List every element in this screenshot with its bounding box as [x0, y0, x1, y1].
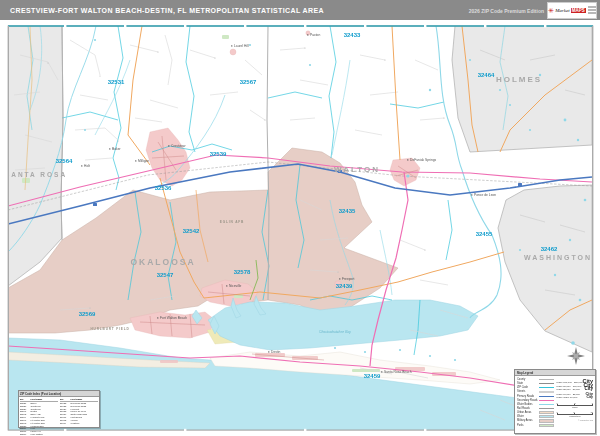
place-label: DeFuniak Springs [410, 158, 437, 162]
zip-code-label: 32542 [183, 228, 200, 234]
county-label: WASHINGTON [524, 254, 592, 261]
place-dot [226, 285, 227, 286]
place-dot [381, 371, 382, 372]
zip-index-header-name: Post Name [71, 398, 83, 401]
legend-place-label: Place 25,000 - 50,000 [557, 388, 580, 391]
place-label: Crestview [171, 144, 186, 148]
place-dot [157, 317, 158, 318]
county-label: HOLMES [496, 75, 542, 84]
zip-code-label: 32433 [344, 32, 361, 38]
water-labels: Choctawhatchee Bay [319, 330, 351, 334]
zip-code-label: 32455 [476, 231, 493, 237]
place-label: Ponce de Leon [474, 193, 496, 197]
legend-place-row: Place under 10,000City [557, 395, 593, 399]
zip-index-zip: 32464 [60, 422, 69, 425]
zip-code-label: 32569 [79, 311, 96, 317]
place-dot [471, 194, 472, 195]
legend-item-label: ZIP Code [517, 386, 528, 389]
zip-code-index-panel: ZIP Code Index (Post Location) ZIPPost N… [18, 390, 100, 428]
legend-item-label: Urban Areas [517, 411, 531, 414]
legend-item-sample [539, 391, 554, 392]
place-label: Freeport [342, 277, 355, 281]
zip-code-label: 32462 [541, 246, 558, 252]
county-label: OKALOOSA [130, 257, 195, 267]
legend-place-label: Place under 10,000 [557, 396, 578, 399]
publisher-logo: ✳ Market MAPS [547, 2, 597, 19]
title-bar: CRESTVIEW-FORT WALTON BEACH-DESTIN, FL M… [0, 0, 600, 20]
place-dot [307, 34, 308, 35]
place-label: Destin [271, 350, 281, 354]
legend-item-sample [539, 400, 554, 401]
legend-place-label: Place 100,000 - 250,000 [557, 381, 583, 384]
place-label: Paxton [310, 33, 320, 37]
legend-scale-bars: 036Miles0510Kilometers [557, 402, 593, 418]
legend-item-label: County [517, 378, 525, 381]
zip-index-row: 32464Westville [60, 422, 98, 425]
logo-side-bars [588, 6, 596, 14]
legend-item-label: Rail Roads [517, 407, 530, 410]
scale-bar-unit: Miles [557, 406, 593, 409]
county-label: WALTON [334, 165, 380, 174]
legend-item-label: State [517, 382, 523, 385]
zip-index-right-column: ZIPPost Name32433DeFuniak Spgs32435DeFun… [60, 398, 98, 436]
legend-item-label: Streets [517, 390, 525, 393]
zip-index-header-name: Post Name [31, 398, 43, 401]
place-dot [339, 278, 340, 279]
legend-item-sample [539, 383, 554, 384]
legend-item-label: Water [517, 415, 524, 418]
zip-code-label: 32578 [234, 269, 251, 275]
zip-code-label: 32531 [108, 79, 125, 85]
map-canvas: Choctawhatchee Bay EGLIN AFBHURLBURT FIE… [0, 0, 600, 436]
map-area: Choctawhatchee Bay EGLIN AFBHURLBURT FIE… [0, 0, 600, 436]
legend-row: Parks [517, 423, 554, 427]
county-label: SANTA ROSA [5, 171, 67, 178]
logo-market-text: Market [555, 8, 569, 13]
zip-index-header-zip: ZIP [20, 398, 29, 401]
place-dot [81, 165, 82, 166]
edition-label: 2026 ZIP Code Premium Edition [469, 8, 544, 14]
scale-bar-unit: Kilometers [557, 415, 593, 418]
area-label: HURLBURT FIELD [91, 327, 130, 331]
place-dot [109, 148, 110, 149]
place-label: Laurel Hill [234, 44, 249, 48]
zip-code-label: 32435 [339, 208, 356, 214]
legend-place-sizes: Place 100,000 - 250,000CityPlace 50,000 … [557, 378, 593, 400]
legend-item-label: Parks [517, 424, 524, 427]
legend-symbol-list: CountyStateZIP CodeStreetsPrimary RoadsS… [517, 378, 554, 428]
legend-item-sample [539, 379, 554, 380]
legend-item-label: Secondary Roads [517, 399, 538, 402]
zip-code-label: 32547 [157, 272, 174, 278]
place-dot [168, 145, 169, 146]
zip-code-label: 32459 [364, 373, 381, 379]
legend-item-sample [539, 411, 554, 414]
zip-code-label: 32439 [336, 283, 353, 289]
place-label: Santa Rosa Beach [384, 370, 412, 374]
legend-item-sample [539, 404, 554, 405]
zip-code-label: 32539 [210, 151, 227, 157]
place-dot [231, 45, 232, 46]
place-dot [135, 160, 136, 161]
place-label: Baker [112, 147, 122, 151]
legend-item-sample [539, 408, 554, 409]
place-label: Niceville [229, 284, 241, 288]
scale-bar: 0510Kilometers [557, 411, 593, 418]
legend-item-sample [539, 396, 554, 397]
legend-item-sample [539, 415, 554, 418]
map-page: Choctawhatchee Bay EGLIN AFBHURLBURT FIE… [0, 0, 600, 436]
map-title: CRESTVIEW-FORT WALTON BEACH-DESTIN, FL M… [0, 7, 324, 14]
logo-maps-text: MAPS [571, 8, 586, 13]
area-label: EGLIN AFB [220, 220, 244, 224]
logo-mark-icon: ✳ [548, 7, 554, 14]
place-label: Fort Walton Beach [160, 316, 187, 320]
legend-item-sample [539, 387, 554, 388]
water-label: Choctawhatchee Bay [319, 330, 351, 334]
zip-code-label: 32464 [478, 72, 495, 78]
place-dot [268, 351, 269, 352]
zip-index-header-zip: ZIP [60, 398, 69, 401]
place-dot [407, 159, 408, 160]
place-label: Milligan [138, 159, 149, 163]
legend-item-label: Water Bodies [517, 403, 532, 406]
legend-copyright: © MarketMAPS [557, 419, 593, 421]
legend-item-label: Primary Roads [517, 395, 534, 398]
coastal-park [352, 369, 380, 372]
